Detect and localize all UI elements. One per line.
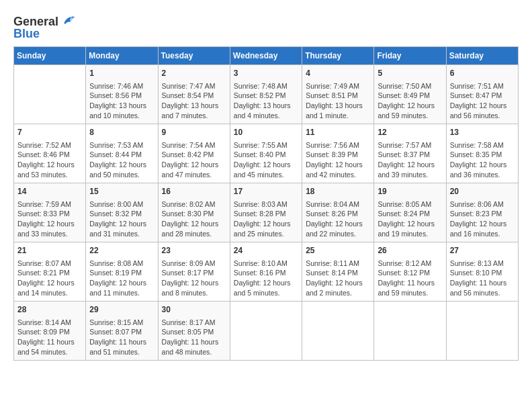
col-header-monday: Monday [86, 47, 158, 65]
calendar-cell: 3Sunrise: 7:48 AM Sunset: 8:52 PM Daylig… [230, 65, 302, 124]
day-info: Sunrise: 7:58 AM Sunset: 8:35 PM Dayligh… [450, 140, 515, 180]
page-container: General Blue SundayMondayTuesdayWednesda… [13, 13, 519, 361]
day-info: Sunrise: 7:57 AM Sunset: 8:37 PM Dayligh… [378, 140, 442, 180]
day-info: Sunrise: 7:59 AM Sunset: 8:33 PM Dayligh… [17, 199, 82, 239]
day-number: 6 [450, 68, 515, 79]
calendar-cell: 23Sunrise: 8:09 AM Sunset: 8:17 PM Dayli… [158, 242, 230, 302]
day-number: 1 [89, 68, 154, 79]
calendar-cell [302, 302, 374, 361]
day-number: 5 [378, 68, 442, 79]
day-info: Sunrise: 7:56 AM Sunset: 8:39 PM Dayligh… [306, 140, 370, 180]
day-number: 10 [234, 127, 298, 138]
day-number: 16 [162, 186, 226, 197]
calendar-cell: 1Sunrise: 7:46 AM Sunset: 8:56 PM Daylig… [86, 65, 158, 124]
calendar-cell: 5Sunrise: 7:50 AM Sunset: 8:49 PM Daylig… [374, 65, 446, 124]
calendar-cell: 12Sunrise: 7:57 AM Sunset: 8:37 PM Dayli… [374, 124, 446, 183]
day-number: 9 [162, 127, 226, 138]
day-info: Sunrise: 8:07 AM Sunset: 8:21 PM Dayligh… [17, 259, 82, 298]
calendar-week-0: 1Sunrise: 7:46 AM Sunset: 8:56 PM Daylig… [14, 65, 519, 124]
day-info: Sunrise: 8:04 AM Sunset: 8:26 PM Dayligh… [306, 199, 370, 239]
day-number: 28 [17, 304, 82, 316]
calendar-cell: 2Sunrise: 7:47 AM Sunset: 8:54 PM Daylig… [158, 65, 230, 124]
day-info: Sunrise: 8:09 AM Sunset: 8:17 PM Dayligh… [162, 259, 226, 298]
day-number: 30 [162, 304, 226, 316]
calendar-cell: 7Sunrise: 7:52 AM Sunset: 8:46 PM Daylig… [14, 124, 86, 183]
day-info: Sunrise: 8:06 AM Sunset: 8:23 PM Dayligh… [450, 199, 515, 239]
day-number: 15 [89, 186, 154, 197]
calendar-cell: 20Sunrise: 8:06 AM Sunset: 8:23 PM Dayli… [446, 183, 518, 242]
day-info: Sunrise: 8:12 AM Sunset: 8:12 PM Dayligh… [378, 259, 442, 298]
calendar-week-4: 28Sunrise: 8:14 AM Sunset: 8:09 PM Dayli… [14, 302, 519, 361]
day-number: 24 [234, 245, 298, 257]
calendar-week-2: 14Sunrise: 7:59 AM Sunset: 8:33 PM Dayli… [14, 183, 519, 242]
header-row: SundayMondayTuesdayWednesdayThursdayFrid… [14, 47, 519, 65]
day-info: Sunrise: 8:00 AM Sunset: 8:32 PM Dayligh… [89, 199, 154, 239]
day-number: 13 [450, 127, 515, 138]
day-number: 4 [306, 68, 370, 79]
calendar-cell: 16Sunrise: 8:02 AM Sunset: 8:30 PM Dayli… [158, 183, 230, 242]
col-header-friday: Friday [374, 47, 446, 65]
header: General Blue [13, 13, 519, 41]
day-number: 3 [234, 68, 298, 79]
calendar-cell: 11Sunrise: 7:56 AM Sunset: 8:39 PM Dayli… [302, 124, 374, 183]
calendar-cell: 28Sunrise: 8:14 AM Sunset: 8:09 PM Dayli… [14, 302, 86, 361]
day-number: 2 [162, 68, 226, 79]
calendar-cell: 26Sunrise: 8:12 AM Sunset: 8:12 PM Dayli… [374, 242, 446, 302]
day-info: Sunrise: 8:08 AM Sunset: 8:19 PM Dayligh… [89, 259, 154, 298]
calendar-cell [446, 302, 518, 361]
day-info: Sunrise: 8:10 AM Sunset: 8:16 PM Dayligh… [234, 259, 298, 298]
calendar-cell: 4Sunrise: 7:49 AM Sunset: 8:51 PM Daylig… [302, 65, 374, 124]
day-info: Sunrise: 8:05 AM Sunset: 8:24 PM Dayligh… [378, 199, 442, 239]
day-info: Sunrise: 7:51 AM Sunset: 8:47 PM Dayligh… [450, 81, 515, 121]
calendar-cell: 15Sunrise: 8:00 AM Sunset: 8:32 PM Dayli… [86, 183, 158, 242]
day-info: Sunrise: 7:49 AM Sunset: 8:51 PM Dayligh… [306, 81, 370, 121]
day-info: Sunrise: 8:11 AM Sunset: 8:14 PM Dayligh… [306, 259, 370, 298]
day-info: Sunrise: 7:53 AM Sunset: 8:44 PM Dayligh… [89, 140, 154, 180]
day-number: 17 [234, 186, 298, 197]
day-number: 26 [378, 245, 442, 257]
calendar-cell: 6Sunrise: 7:51 AM Sunset: 8:47 PM Daylig… [446, 65, 518, 124]
calendar-week-1: 7Sunrise: 7:52 AM Sunset: 8:46 PM Daylig… [14, 124, 519, 183]
col-header-thursday: Thursday [302, 47, 374, 65]
day-info: Sunrise: 8:13 AM Sunset: 8:10 PM Dayligh… [450, 259, 515, 298]
day-info: Sunrise: 7:54 AM Sunset: 8:42 PM Dayligh… [162, 140, 226, 180]
calendar-table: SundayMondayTuesdayWednesdayThursdayFrid… [13, 46, 519, 361]
calendar-cell: 25Sunrise: 8:11 AM Sunset: 8:14 PM Dayli… [302, 242, 374, 302]
calendar-cell: 10Sunrise: 7:55 AM Sunset: 8:40 PM Dayli… [230, 124, 302, 183]
calendar-week-3: 21Sunrise: 8:07 AM Sunset: 8:21 PM Dayli… [14, 242, 519, 302]
calendar-cell: 17Sunrise: 8:03 AM Sunset: 8:28 PM Dayli… [230, 183, 302, 242]
day-info: Sunrise: 7:52 AM Sunset: 8:46 PM Dayligh… [17, 140, 82, 180]
day-info: Sunrise: 8:02 AM Sunset: 8:30 PM Dayligh… [162, 199, 226, 239]
day-number: 8 [89, 127, 154, 138]
calendar-cell [14, 65, 86, 124]
calendar-cell: 18Sunrise: 8:04 AM Sunset: 8:26 PM Dayli… [302, 183, 374, 242]
calendar-cell: 13Sunrise: 7:58 AM Sunset: 8:35 PM Dayli… [446, 124, 518, 183]
col-header-sunday: Sunday [14, 47, 86, 65]
day-info: Sunrise: 8:03 AM Sunset: 8:28 PM Dayligh… [234, 199, 298, 239]
day-info: Sunrise: 7:55 AM Sunset: 8:40 PM Dayligh… [234, 140, 298, 180]
calendar-cell: 29Sunrise: 8:15 AM Sunset: 8:07 PM Dayli… [86, 302, 158, 361]
day-number: 19 [378, 186, 442, 197]
day-number: 7 [17, 127, 82, 138]
calendar-cell [374, 302, 446, 361]
calendar-cell: 21Sunrise: 8:07 AM Sunset: 8:21 PM Dayli… [14, 242, 86, 302]
day-number: 22 [89, 245, 154, 257]
calendar-cell: 24Sunrise: 8:10 AM Sunset: 8:16 PM Dayli… [230, 242, 302, 302]
col-header-tuesday: Tuesday [158, 47, 230, 65]
day-info: Sunrise: 7:46 AM Sunset: 8:56 PM Dayligh… [89, 81, 154, 121]
calendar-cell: 8Sunrise: 7:53 AM Sunset: 8:44 PM Daylig… [86, 124, 158, 183]
day-number: 14 [17, 186, 82, 197]
calendar-cell: 30Sunrise: 8:17 AM Sunset: 8:05 PM Dayli… [158, 302, 230, 361]
calendar-cell [230, 302, 302, 361]
day-number: 27 [450, 245, 515, 257]
calendar-cell: 19Sunrise: 8:05 AM Sunset: 8:24 PM Dayli… [374, 183, 446, 242]
col-header-wednesday: Wednesday [230, 47, 302, 65]
day-info: Sunrise: 7:47 AM Sunset: 8:54 PM Dayligh… [162, 81, 226, 121]
calendar-cell: 27Sunrise: 8:13 AM Sunset: 8:10 PM Dayli… [446, 242, 518, 302]
day-number: 21 [17, 245, 82, 257]
day-number: 29 [89, 304, 154, 316]
logo-text: General Blue [13, 13, 76, 41]
calendar-cell: 22Sunrise: 8:08 AM Sunset: 8:19 PM Dayli… [86, 242, 158, 302]
day-number: 18 [306, 186, 370, 197]
day-number: 12 [378, 127, 442, 138]
